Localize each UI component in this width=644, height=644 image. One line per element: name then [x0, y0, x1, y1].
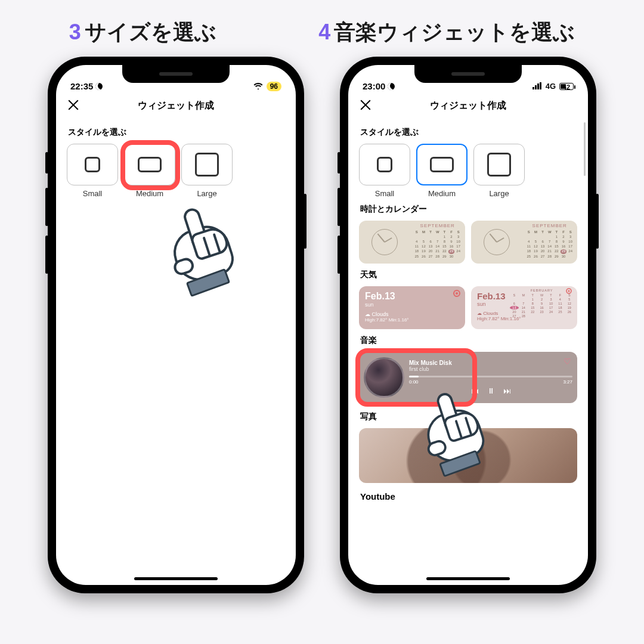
phone-left: 22:35 96 ウィジェット作成 スタイルを選ぶ: [48, 57, 304, 593]
caption-step3: 3サイズを選ぶ: [69, 18, 216, 47]
phone-power-button: [596, 194, 599, 249]
music-progress-bar[interactable]: [409, 376, 572, 377]
nav-title: ウィジェット作成: [430, 100, 506, 112]
size-label-medium: Medium: [136, 189, 163, 198]
status-time: 23:00: [363, 81, 385, 91]
widget-photo[interactable]: [359, 428, 577, 483]
dnd-moon-icon: [95, 83, 103, 90]
size-option-large[interactable]: [181, 144, 233, 185]
widget-clock-calendar-1[interactable]: SEPTEMBERSMTWTFS123456789101112131415161…: [359, 221, 465, 264]
phone-mute-switch: [338, 152, 340, 174]
svg-rect-2: [537, 83, 539, 89]
size-option-large[interactable]: [473, 144, 525, 185]
svg-rect-0: [532, 87, 534, 89]
weather-section-label: 天気: [360, 270, 576, 280]
caption-step3-number: 3: [69, 20, 81, 44]
photo-section-label: 写真: [360, 411, 576, 422]
music-time-total: 3:27: [563, 379, 572, 385]
close-button[interactable]: [67, 98, 80, 112]
style-section-label: スタイルを選ぶ: [360, 127, 576, 138]
svg-rect-3: [540, 82, 541, 89]
clock-section-label: 時計とカレンダー: [360, 204, 576, 215]
size-option-small[interactable]: [67, 144, 118, 185]
nav-bar: ウィジェット作成: [56, 92, 296, 119]
music-next-icon[interactable]: ⏭: [503, 386, 511, 395]
location-pin-icon: [453, 290, 460, 297]
size-label-small: Small: [83, 189, 103, 198]
mini-calendar-feb: SMTWTFS123456789101112131415161718192021…: [510, 293, 574, 318]
widget-weather-1[interactable]: Feb.13 sun ☁ Clouds High:7.82° Min:1.16°: [359, 286, 465, 329]
phone-volume-up: [338, 188, 340, 226]
svg-rect-1: [535, 85, 537, 89]
phone-right: 23:00 4G 42 ウィジェット作成: [340, 57, 596, 593]
size-option-medium[interactable]: [416, 144, 467, 185]
size-label-medium: Medium: [428, 189, 456, 198]
home-indicator[interactable]: [134, 577, 218, 580]
location-pin-icon: [566, 288, 572, 294]
caption-step4: 4音楽ウィジェットを選ぶ: [318, 18, 575, 47]
size-label-small: Small: [375, 189, 395, 198]
music-prev-icon[interactable]: ⏮: [471, 386, 479, 395]
phone-notch: [414, 65, 522, 83]
nav-title: ウィジェット作成: [138, 100, 214, 112]
caption-step4-number: 4: [318, 20, 330, 44]
music-artist: first club: [409, 366, 572, 372]
size-option-small[interactable]: [359, 144, 410, 185]
phone-volume-down: [338, 236, 340, 274]
mini-calendar-2: SMTWTFS123456789101112131415161718192021…: [525, 230, 574, 259]
music-pause-icon[interactable]: ⏸: [487, 386, 495, 395]
size-label-large: Large: [197, 189, 216, 198]
widget-weather-2[interactable]: Feb.13 sun ☁ Clouds High:7.82° Min:1.16°…: [471, 286, 577, 329]
size-picker: Small Medium Large: [67, 144, 285, 198]
home-indicator[interactable]: [426, 577, 510, 580]
battery-pill: 96: [267, 82, 281, 91]
size-label-large: Large: [489, 189, 509, 198]
network-label: 4G: [546, 82, 556, 91]
cellular-signal-icon: [532, 81, 542, 91]
pointer-hand-icon: [145, 189, 235, 290]
album-art: [364, 357, 404, 398]
phone-power-button: [304, 194, 306, 249]
music-section-label: 音楽: [360, 335, 576, 346]
close-button[interactable]: [359, 98, 372, 112]
phone-volume-up: [45, 188, 48, 226]
caption-step3-text: サイズを選ぶ: [85, 20, 216, 44]
caption-step4-text: 音楽ウィジェットを選ぶ: [334, 20, 575, 44]
phone-mute-switch: [45, 152, 48, 174]
music-title: Mix Music Disk: [409, 360, 572, 366]
style-section-label: スタイルを選ぶ: [68, 127, 284, 138]
phone-notch: [122, 65, 230, 83]
size-picker: Small Medium Large: [359, 144, 577, 198]
widget-music-player[interactable]: Mix Music Disk first club 0:003:27 ⏮ ⏸ ⏭: [359, 352, 577, 403]
music-time-elapsed: 0:00: [409, 379, 419, 385]
mini-calendar-1: SMTWTFS123456789101112131415161718192021…: [413, 230, 462, 259]
widget-clock-calendar-2[interactable]: SEPTEMBERSMTWTFS123456789101112131415161…: [471, 221, 577, 264]
music-favorite-icon[interactable]: ♡: [564, 357, 571, 366]
battery-icon: 42: [559, 83, 574, 90]
youtube-section-label: Youtube: [360, 491, 576, 501]
size-option-medium[interactable]: [124, 144, 175, 185]
status-time: 22:35: [70, 81, 93, 91]
wifi-icon: [253, 81, 263, 91]
dnd-moon-icon: [388, 83, 395, 90]
phone-volume-down: [45, 236, 48, 274]
scroll-indicator[interactable]: [584, 122, 586, 176]
nav-bar: ウィジェット作成: [348, 92, 588, 119]
